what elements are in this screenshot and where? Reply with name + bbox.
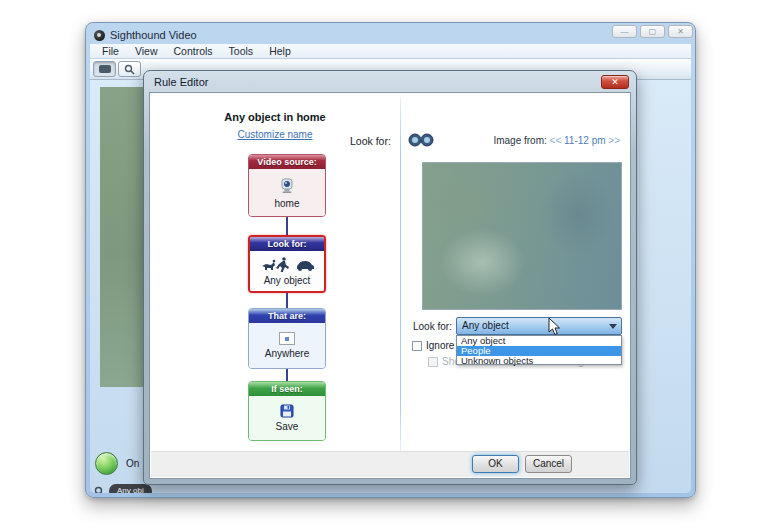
- flow-label: Anywhere: [265, 348, 309, 359]
- image-time-range: 11-12 pm: [564, 135, 606, 146]
- look-for-combo-label: Look for:: [413, 321, 452, 332]
- image-from-label: Image from:: [493, 135, 546, 146]
- chevron-down-icon: [609, 324, 617, 329]
- rule-name: Any object in home: [150, 111, 400, 123]
- flow-box-that-are[interactable]: That are: Anywhere: [248, 308, 326, 369]
- look-for-combobox[interactable]: Any object: [456, 317, 622, 335]
- flow-connector: [286, 217, 288, 235]
- webcam-icon: [278, 177, 296, 195]
- minimize-button[interactable]: —: [612, 25, 637, 38]
- title-bar[interactable]: Sighthound Video: [90, 26, 691, 44]
- prev-image-link[interactable]: <<: [550, 135, 562, 146]
- flow-header: If seen:: [249, 382, 325, 396]
- camera-status-orb[interactable]: [95, 452, 118, 475]
- camera-video-panel[interactable]: [100, 87, 147, 387]
- menu-bar: File View Controls Tools Help: [90, 44, 691, 59]
- menu-help[interactable]: Help: [261, 45, 299, 57]
- any-object-icon: [260, 257, 314, 272]
- ok-button[interactable]: OK: [472, 455, 519, 473]
- image-from-control: Image from: << 11-12 pm >>: [493, 135, 620, 146]
- flow-label: Save: [276, 421, 299, 432]
- search-icon: [124, 64, 135, 75]
- mouse-cursor: [548, 317, 561, 336]
- camera-status-label: On: [126, 458, 139, 469]
- camera-preview-image: [422, 162, 622, 310]
- search-icon: [94, 486, 105, 494]
- search-view-button[interactable]: [118, 61, 141, 77]
- window-title: Sighthound Video: [110, 29, 197, 41]
- flow-label: home: [274, 198, 299, 209]
- look-for-header-label: Look for:: [350, 135, 391, 147]
- ignore-label: Ignore: [426, 340, 454, 351]
- dialog-title: Rule Editor: [154, 76, 208, 88]
- flow-box-video-source[interactable]: Video source: home: [248, 154, 326, 217]
- menu-tools[interactable]: Tools: [221, 45, 262, 57]
- close-icon: ✕: [611, 77, 619, 87]
- maximize-icon: ▢: [649, 28, 657, 36]
- dropdown-option-unknown-objects[interactable]: Unknown objects: [457, 356, 621, 366]
- flow-box-look-for[interactable]: Look for: Any object: [248, 235, 326, 293]
- flow-header: Video source:: [249, 155, 325, 169]
- flow-connector: [286, 293, 288, 308]
- flow-box-if-seen[interactable]: If seen: Save: [248, 381, 326, 441]
- close-icon: ✕: [677, 28, 684, 36]
- menu-view[interactable]: View: [127, 45, 166, 57]
- close-button[interactable]: ✕: [668, 25, 693, 38]
- flow-header: Look for:: [250, 237, 324, 251]
- flow-connector: [286, 369, 288, 381]
- menu-controls[interactable]: Controls: [166, 45, 221, 57]
- menu-file[interactable]: File: [94, 45, 127, 57]
- binoculars-icon: [408, 131, 434, 147]
- minimize-icon: —: [621, 28, 629, 36]
- cancel-button[interactable]: Cancel: [525, 455, 572, 473]
- next-image-link[interactable]: >>: [608, 135, 620, 146]
- dialog-body: Any object in home Customize name Video …: [149, 92, 631, 479]
- dialog-close-button[interactable]: ✕: [601, 75, 629, 89]
- dialog-footer: OK Cancel: [151, 451, 629, 477]
- rule-filter-tag[interactable]: Any obj: [109, 484, 152, 493]
- flow-header: That are:: [249, 309, 325, 323]
- flow-label: Any object: [264, 275, 311, 286]
- rule-editor-dialog: Rule Editor ✕ Any object in home Customi…: [143, 70, 637, 485]
- ignore-checkbox[interactable]: [412, 341, 422, 351]
- combobox-value: Any object: [462, 320, 509, 331]
- anywhere-region-icon: [279, 332, 295, 345]
- look-for-dropdown-list: Any object People Unknown objects: [456, 335, 622, 365]
- monitor-view-icon: [99, 65, 111, 73]
- show-height-checkbox: [428, 357, 438, 367]
- monitor-view-button[interactable]: [93, 61, 116, 77]
- app-logo-icon: [94, 30, 105, 41]
- column-divider: [400, 97, 401, 453]
- save-icon: [280, 404, 294, 418]
- maximize-button[interactable]: ▢: [640, 25, 665, 38]
